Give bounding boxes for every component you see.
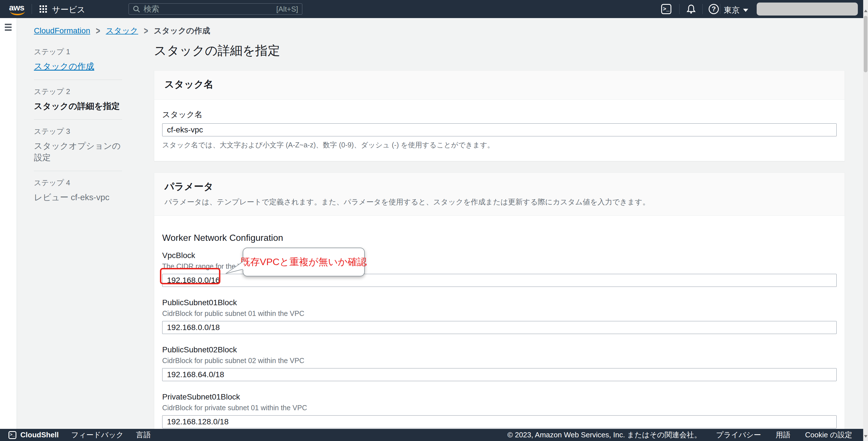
annotation-text: 既存VPCと重複が無いか確認 xyxy=(241,256,367,269)
scrollbar-up-arrow-icon[interactable] xyxy=(864,10,867,12)
parameters-card-description: パラメータは、テンプレートで定義されます。また、パラメータを使用すると、スタック… xyxy=(164,197,834,207)
copyright-text: © 2023, Amazon Web Services, Inc. またはその関… xyxy=(507,430,701,440)
scrollbar-down-arrow-icon[interactable] xyxy=(864,435,867,438)
stack-name-label: スタック名 xyxy=(162,109,837,120)
scrollbar-thumb[interactable] xyxy=(864,16,867,72)
param-field-publicsubnet02: PublicSubnet02Block CidrBlock for public… xyxy=(162,345,837,381)
callout-tail xyxy=(225,261,244,275)
param-field-vpcblock: VpcBlock The CIDR range for the VPC. Th … xyxy=(162,251,837,287)
global-search[interactable]: [Alt+S] xyxy=(129,3,302,15)
breadcrumb-separator: > xyxy=(96,25,100,37)
step-4-label: ステップ 4 xyxy=(34,178,122,188)
privatesubnet01block-input[interactable] xyxy=(162,415,837,428)
parameters-card: パラメータ パラメータは、テンプレートで定義されます。また、パラメータを使用する… xyxy=(154,172,845,441)
aws-smile-icon xyxy=(10,10,25,15)
search-input[interactable] xyxy=(144,4,276,13)
stack-name-card-title: スタック名 xyxy=(164,78,834,91)
cloudformation-create-stack-page: aws サービス [Alt+S] >_ ? 東京 xyxy=(0,0,868,441)
param-description: CidrBlock for public subnet 02 within th… xyxy=(162,357,837,365)
hamburger-menu-icon[interactable] xyxy=(5,24,11,32)
step-4: ステップ 4 レビュー cf-eks-vpc xyxy=(34,171,122,211)
aws-logo[interactable]: aws xyxy=(9,3,28,15)
top-navigation-bar: aws サービス [Alt+S] >_ ? 東京 xyxy=(0,0,868,18)
footer-right: © 2023, Amazon Web Services, Inc. またはその関… xyxy=(507,430,852,440)
step-3-label: ステップ 3 xyxy=(34,127,122,136)
publicsubnet02block-input[interactable] xyxy=(162,368,837,381)
breadcrumb-separator: > xyxy=(144,25,148,37)
param-field-privatesubnet01: PrivateSubnet01Block CidrBlock for priva… xyxy=(162,393,837,428)
parameters-card-header: パラメータ パラメータは、テンプレートで定義されます。また、パラメータを使用する… xyxy=(154,173,844,216)
services-menu[interactable]: サービス xyxy=(52,4,85,15)
step-3-title: スタックオプションの設定 xyxy=(34,140,122,164)
publicsubnet01block-input[interactable] xyxy=(162,321,837,334)
param-name: PublicSubnet02Block xyxy=(162,345,837,354)
chevron-down-icon xyxy=(743,9,748,12)
step-2-label: ステップ 2 xyxy=(34,87,122,97)
step-1-link[interactable]: スタックの作成 xyxy=(34,62,94,71)
param-name: PublicSubnet01Block xyxy=(162,298,837,307)
help-icon[interactable]: ? xyxy=(709,4,719,14)
parameters-card-body: Worker Network Configuration VpcBlock Th… xyxy=(154,216,844,441)
stack-name-input[interactable] xyxy=(162,123,837,136)
breadcrumb-cloudformation[interactable]: CloudFormation xyxy=(34,26,90,35)
step-2-title: スタックの詳細を指定 xyxy=(34,101,122,112)
footer-cloudshell[interactable]: >_ CloudShell xyxy=(8,431,59,439)
step-2: ステップ 2 スタックの詳細を指定 xyxy=(34,80,122,120)
stack-name-card-body: スタック名 スタック名では、大文字および小文字 (A-Z~a-z)、数字 (0-… xyxy=(154,100,844,161)
cloudshell-icon: >_ xyxy=(8,431,17,439)
language-link[interactable]: 言語 xyxy=(136,430,151,440)
footer-bar: >_ CloudShell フィードバック 言語 © 2023, Amazon … xyxy=(0,429,868,441)
breadcrumb-current: スタックの作成 xyxy=(154,25,210,36)
breadcrumb: CloudFormation > スタック > スタックの作成 xyxy=(34,25,210,36)
terms-link[interactable]: 用語 xyxy=(776,430,790,440)
nav-divider xyxy=(679,4,680,14)
vertical-scrollbar[interactable] xyxy=(863,0,868,441)
account-menu[interactable] xyxy=(757,3,858,15)
annotation-callout: 既存VPCと重複が無いか確認 xyxy=(243,248,365,276)
privacy-link[interactable]: プライバシー xyxy=(716,430,761,440)
wizard-steps-nav: ステップ 1 スタックの作成 ステップ 2 スタックの詳細を指定 ステップ 3 … xyxy=(34,45,122,211)
param-name: PrivateSubnet01Block xyxy=(162,393,837,402)
footer-left: >_ CloudShell フィードバック 言語 xyxy=(8,430,151,440)
search-shortcut-hint: [Alt+S] xyxy=(276,5,298,13)
param-field-publicsubnet01: PublicSubnet01Block CidrBlock for public… xyxy=(162,298,837,334)
step-3: ステップ 3 スタックオプションの設定 xyxy=(34,120,122,171)
stack-name-card: スタック名 スタック名 スタック名では、大文字および小文字 (A-Z~a-z)、… xyxy=(154,70,845,161)
side-rail xyxy=(0,18,17,429)
param-description: CidrBlock for private subnet 01 within t… xyxy=(162,404,837,412)
cookie-settings-link[interactable]: Cookie の設定 xyxy=(805,430,852,440)
step-4-title: レビュー cf-eks-vpc xyxy=(34,192,122,203)
stack-name-card-header: スタック名 xyxy=(154,71,844,100)
parameter-group-title: Worker Network Configuration xyxy=(162,233,837,243)
services-grid-icon[interactable] xyxy=(39,5,47,13)
notifications-bell-icon[interactable] xyxy=(686,4,696,14)
region-label: 東京 xyxy=(724,5,740,15)
nav-divider xyxy=(32,4,32,14)
parameters-card-title: パラメータ xyxy=(164,180,834,193)
step-1: ステップ 1 スタックの作成 xyxy=(34,45,122,80)
main-content: スタックの詳細を指定 スタック名 スタック名 スタック名では、大文字および小文字… xyxy=(154,39,845,441)
cloudshell-icon[interactable]: >_ xyxy=(661,4,671,14)
feedback-link[interactable]: フィードバック xyxy=(71,430,124,440)
param-description: CidrBlock for public subnet 01 within th… xyxy=(162,309,837,318)
region-selector[interactable]: 東京 xyxy=(724,5,748,15)
search-icon xyxy=(133,5,140,13)
cloudshell-label: CloudShell xyxy=(20,431,59,439)
stack-name-hint: スタック名では、大文字および小文字 (A-Z~a-z)、数字 (0-9)、ダッシ… xyxy=(162,140,837,149)
page-title: スタックの詳細を指定 xyxy=(154,42,845,59)
breadcrumb-stacks[interactable]: スタック xyxy=(106,25,138,36)
step-1-label: ステップ 1 xyxy=(34,47,122,57)
